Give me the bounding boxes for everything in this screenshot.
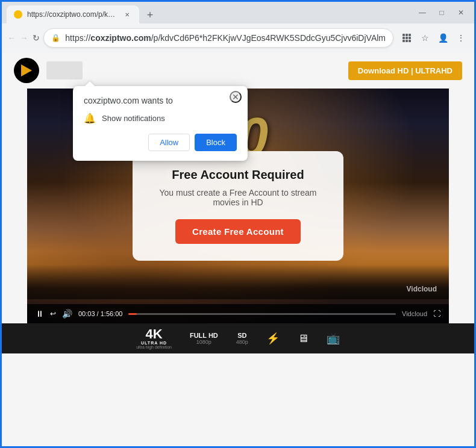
address-bar-icons: ☆ 👤 ⋮ xyxy=(398,30,469,46)
tab-title: https://coxziptwo.com/p/kdvCd6 xyxy=(27,10,117,19)
monitor-icon: 🖥 xyxy=(298,332,308,345)
site-header: Download HD | ULTRAHD xyxy=(2,52,474,89)
site-name-placeholder xyxy=(46,61,83,79)
page-content: Download HD | ULTRAHD 20 Free Account Re… xyxy=(2,52,474,446)
quality-fullhd-label: FULL HD xyxy=(190,332,218,339)
close-window-button[interactable]: ✕ xyxy=(453,4,469,21)
url-bold: https:// xyxy=(65,33,90,43)
window-controls: — □ ✕ xyxy=(414,4,469,21)
video-controls: ⏸ ↩ 🔊 00:03 / 1:56:00 Vidcloud ⛶ xyxy=(27,304,449,323)
browser-grid-icon[interactable] xyxy=(398,30,415,46)
quality-monitor[interactable]: 🖥 xyxy=(298,332,308,345)
lock-icon: 🔒 xyxy=(51,34,60,42)
quality-sd[interactable]: SD 480p xyxy=(236,332,248,345)
create-account-button[interactable]: Create Free Account xyxy=(175,219,301,244)
popup-title: coxziptwo.com wants to xyxy=(84,96,237,105)
overlay-description: You must create a Free Account to stream… xyxy=(154,188,322,207)
progress-bar[interactable] xyxy=(128,313,396,315)
quality-4k-label: 4K xyxy=(145,328,162,341)
browser-window: https://coxziptwo.com/p/kdvCd6 ✕ + — □ ✕… xyxy=(2,2,474,446)
rewind-button[interactable]: ↩ xyxy=(50,310,56,318)
permission-text: Show notifications xyxy=(102,114,165,123)
allow-button[interactable]: Allow xyxy=(148,134,190,151)
quality-4k[interactable]: 4K ULTRA HD ultra high definition xyxy=(136,328,172,349)
profile-icon[interactable]: 👤 xyxy=(434,30,451,46)
maximize-button[interactable]: □ xyxy=(433,4,450,21)
quality-fullhd[interactable]: FULL HD 1080p xyxy=(190,332,218,345)
new-tab-button[interactable]: + xyxy=(142,7,158,23)
quality-ultra-label: ULTRA HD xyxy=(141,341,167,345)
url-path: /p/kdvCd6P6*h2FKKjwVJgEos4RWK5SDdcGyu5Cj… xyxy=(151,33,386,43)
site-logo xyxy=(14,58,39,83)
flash-icon: ⚡ xyxy=(266,332,280,345)
active-tab[interactable]: https://coxziptwo.com/p/kdvCd6 ✕ xyxy=(7,5,139,23)
minimize-button[interactable]: — xyxy=(414,4,431,21)
quality-sd-sub: 480p xyxy=(236,339,248,345)
plex-arrow-icon xyxy=(21,64,32,76)
bell-icon: 🔔 xyxy=(84,113,96,124)
permission-popup: ✕ coxziptwo.com wants to 🔔 Show notifica… xyxy=(73,86,248,161)
quality-sd-label: SD xyxy=(237,332,246,339)
play-pause-button[interactable]: ⏸ xyxy=(36,309,44,319)
quality-cast[interactable]: 📺 xyxy=(327,332,340,345)
account-required-overlay: Free Account Required You must create a … xyxy=(133,151,343,261)
quality-bar: 4K ULTRA HD ultra high definition FULL H… xyxy=(2,323,474,353)
tab-close-button[interactable]: ✕ xyxy=(122,10,132,19)
progress-fill xyxy=(128,313,136,315)
vidcloud-watermark: Vidcloud xyxy=(407,285,437,293)
total-time: 1:56:00 xyxy=(101,310,123,317)
cast-icon: 📺 xyxy=(327,332,340,345)
address-bar-row: ← → ↻ 🔒 https://coxziptwo.com/p/kdvCd6P6… xyxy=(2,23,474,52)
overlay-title: Free Account Required xyxy=(154,168,322,182)
popup-permission-row: 🔔 Show notifications xyxy=(84,113,237,124)
url-domain: coxziptwo.com xyxy=(90,33,151,43)
reload-button[interactable]: ↻ xyxy=(31,28,41,48)
quality-ultra-sub: ultra high definition xyxy=(136,345,172,349)
quality-fullhd-sub: 1080p xyxy=(196,339,211,345)
tab-bar: https://coxziptwo.com/p/kdvCd6 ✕ + xyxy=(7,2,412,23)
title-bar: https://coxziptwo.com/p/kdvCd6 ✕ + — □ ✕ xyxy=(2,2,474,23)
popup-buttons: Allow Block xyxy=(84,134,237,151)
tab-favicon xyxy=(14,10,22,19)
block-button[interactable]: Block xyxy=(195,134,237,151)
vidcloud-logo-control: Vidcloud xyxy=(402,310,427,317)
menu-icon[interactable]: ⋮ xyxy=(453,30,469,46)
address-bar[interactable]: 🔒 https://coxziptwo.com/p/kdvCd6P6*h2FKK… xyxy=(43,28,393,48)
back-button[interactable]: ← xyxy=(7,28,16,48)
time-display: 00:03 / 1:56:00 xyxy=(78,310,122,317)
url-text: https://coxziptwo.com/p/kdvCd6P6*h2FKKjw… xyxy=(65,33,386,43)
download-button[interactable]: Download HD | ULTRAHD xyxy=(348,61,462,80)
popup-arrow xyxy=(85,81,95,86)
volume-icon[interactable]: 🔊 xyxy=(62,309,72,319)
forward-button[interactable]: → xyxy=(19,28,28,48)
bookmark-icon[interactable]: ☆ xyxy=(416,30,433,46)
current-time: 00:03 xyxy=(78,310,95,317)
popup-close-button[interactable]: ✕ xyxy=(230,91,242,103)
fullscreen-button[interactable]: ⛶ xyxy=(433,310,440,318)
quality-flv[interactable]: ⚡ xyxy=(266,332,280,345)
